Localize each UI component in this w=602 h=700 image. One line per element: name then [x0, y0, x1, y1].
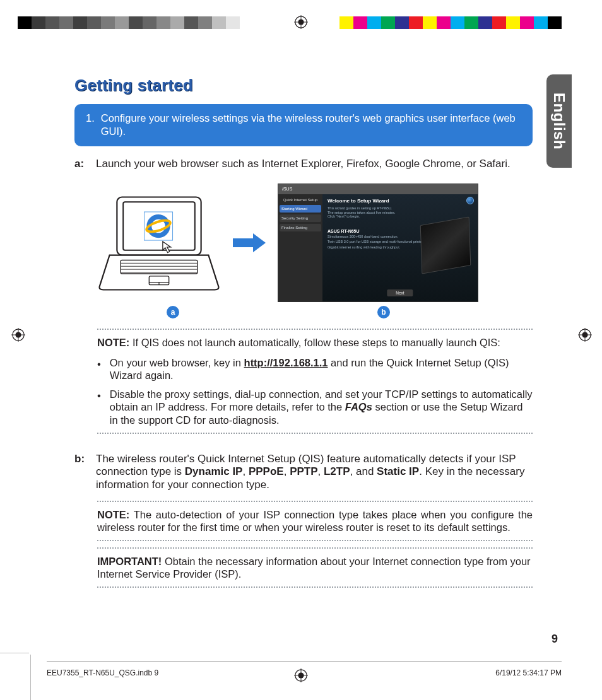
note-lead: NOTE: [97, 337, 129, 348]
divider [97, 547, 533, 549]
footer-rule [47, 662, 562, 662]
printer-colorbar-left [18, 16, 240, 29]
gui-side-header: Quick Internet Setup [280, 197, 321, 203]
step-callout: 1. Configure your wireless settings via … [74, 104, 533, 146]
conn-type: L2TP [324, 465, 350, 477]
step-a-text: Launch your web browser such as Internet… [96, 158, 511, 171]
arrow-icon [230, 232, 269, 254]
callout-text: Configure your wireless settings via the… [101, 112, 521, 137]
router-device-icon [420, 216, 471, 274]
footer-timestamp: 6/19/12 5:34:17 PM [495, 668, 562, 677]
badge-a: a [167, 306, 179, 318]
note-lead: NOTE: [97, 509, 129, 520]
note-block: NOTE: The auto-detection of your ISP con… [97, 508, 533, 534]
badge-row: a b [74, 306, 533, 322]
registration-mark-icon [294, 15, 308, 29]
registration-mark-icon [11, 328, 25, 342]
important-text: Obtain the necessary information about y… [97, 556, 531, 580]
divider [97, 501, 533, 502]
note-text: The auto-detection of your ISP connectio… [97, 509, 533, 533]
step-b-label: b: [74, 453, 88, 492]
gui-side-item: Finalize Setting [280, 224, 321, 231]
bullet-dot-icon: • [97, 356, 101, 382]
conn-type: PPTP [290, 465, 317, 477]
illustration-row: /SUS Quick Internet Setup Starting Wizar… [97, 184, 533, 302]
divider [97, 329, 533, 330]
important-block: IMPORTANT! Obtain the necessary informat… [97, 555, 533, 580]
crop-mark [30, 655, 31, 700]
gui-brand: /SUS [278, 184, 478, 194]
printer-colorbar-right [339, 16, 562, 29]
gui-subtext: This wizard guides in setting up RT-N65U… [328, 206, 473, 211]
conn-type: PPPoE [249, 465, 284, 477]
router-gui-screenshot: /SUS Quick Internet Setup Starting Wizar… [278, 184, 478, 302]
svg-marker-30 [233, 233, 266, 252]
divider [97, 540, 533, 541]
important-lead: IMPORTANT! [97, 556, 162, 567]
step-a-label: a: [74, 158, 88, 171]
note-block: NOTE: If QIS does not launch automatical… [97, 336, 533, 349]
gui-welcome: Welcome to Setup Wizard [328, 198, 473, 204]
conn-type: Dynamic IP [185, 465, 243, 477]
bullet-faq: FAQs [345, 401, 372, 412]
language-tab: English [546, 74, 572, 168]
footer-filename: EEU7355_RT-N65U_QSG.indb 9 [47, 668, 158, 677]
page-title: Getting started [74, 76, 533, 95]
bullet-text: On your web browser, key in [110, 357, 244, 368]
step-a: a: Launch your web browser such as Inter… [74, 158, 533, 171]
divider [97, 586, 533, 588]
page-number: 9 [552, 633, 558, 646]
language-tab-label: English [550, 93, 568, 149]
gui-next-button: Next [387, 289, 413, 296]
svg-rect-17 [123, 202, 195, 250]
footer: EEU7355_RT-N65U_QSG.indb 9 6/19/12 5:34:… [47, 668, 562, 677]
callout-number: 1. [86, 112, 95, 137]
laptop-illustration [97, 192, 221, 293]
bullet-item: • Disable the proxy settings, dial-up co… [97, 388, 533, 426]
badge-b: b [377, 306, 390, 318]
conn-type: Static IP [377, 465, 419, 477]
step-b: b: The wireless router's Quick Internet … [74, 453, 533, 492]
bullet-list: • On your web browser, key in http://192… [97, 356, 533, 426]
gui-subtext: The setup process takes about five minut… [328, 211, 473, 215]
bullet-url: http://192.168.1.1 [244, 357, 328, 368]
registration-mark-icon [578, 328, 592, 342]
note-text: If QIS does not launch automatically, fo… [129, 337, 500, 348]
crop-mark [0, 653, 29, 653]
divider [97, 433, 533, 434]
gui-subtext: Click "Next" to begin. [328, 214, 473, 219]
gui-side-item: Starting Wizard [280, 205, 321, 213]
bullet-dot-icon: • [97, 388, 101, 426]
gui-side-item: Security Setting [280, 214, 321, 222]
globe-icon [466, 197, 474, 204]
bullet-item: • On your web browser, key in http://192… [97, 356, 533, 382]
